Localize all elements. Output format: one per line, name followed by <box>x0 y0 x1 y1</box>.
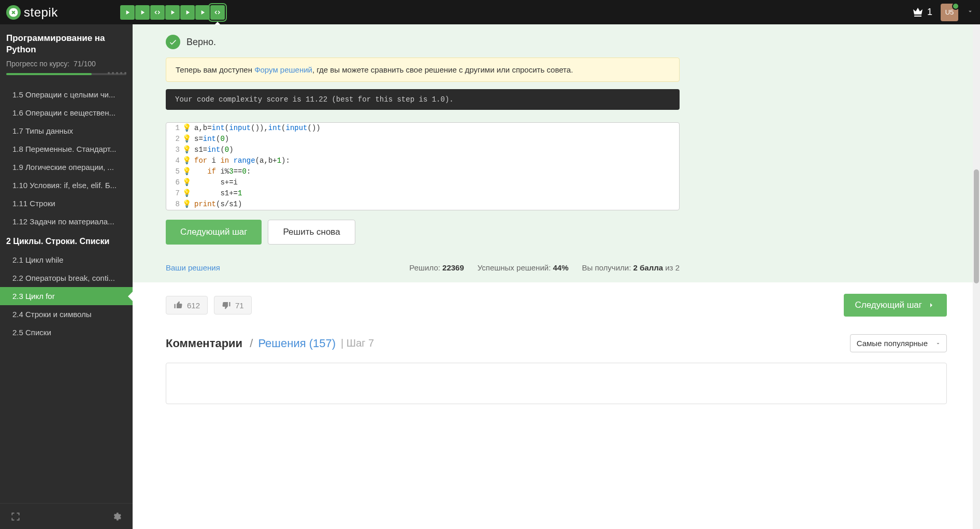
sidebar: Программирование на Python Прогресс по к… <box>0 24 133 529</box>
solutions-tab[interactable]: Решения (157) <box>258 337 336 350</box>
dislike-button[interactable]: 71 <box>214 296 252 314</box>
chevron-right-icon <box>927 301 935 309</box>
step-3[interactable] <box>150 5 165 20</box>
nav-item[interactable]: 1.6 Операции с веществен... <box>0 104 133 122</box>
your-solutions-link[interactable]: Ваши решения <box>166 263 220 272</box>
code-line[interactable]: 1💡a,b=int(input()),int(input()) <box>166 123 679 134</box>
nav-item[interactable]: 2.4 Строки и символы <box>0 305 133 323</box>
chevron-down-icon <box>967 8 974 15</box>
nav-section[interactable]: 2 Циклы. Строки. Списки <box>0 231 133 251</box>
code-line[interactable]: 7💡 s1+=1 <box>166 188 679 199</box>
logo-icon <box>6 5 21 20</box>
code-line[interactable]: 5💡 if i%3==0: <box>166 166 679 177</box>
chevron-down-icon <box>935 340 941 347</box>
retry-button[interactable]: Решить снова <box>268 220 355 245</box>
course-header: Программирование на Python Прогресс по к… <box>0 24 133 79</box>
comments-tab[interactable]: Комментарии <box>166 337 242 350</box>
step-5[interactable] <box>180 5 195 20</box>
step-1[interactable] <box>120 5 135 20</box>
code-line[interactable]: 4💡for i in range(a,b+1): <box>166 155 679 166</box>
steps-nav <box>120 5 225 20</box>
nav-item[interactable]: 1.8 Переменные. Стандарт... <box>0 140 133 158</box>
user-menu-toggle[interactable] <box>967 8 974 17</box>
sort-dropdown[interactable]: Самые популярные <box>850 334 947 352</box>
fullscreen-icon[interactable] <box>10 511 21 522</box>
nav-item[interactable]: 2.1 Цикл while <box>0 251 133 269</box>
result-correct: Верно. <box>166 31 713 58</box>
scrollbar-thumb[interactable] <box>974 169 979 283</box>
correct-label: Верно. <box>186 37 216 48</box>
scrollbar[interactable] <box>973 24 980 529</box>
action-buttons: Следующий шаг Решить снова <box>166 220 680 245</box>
nav-item[interactable]: 2.2 Операторы break, conti... <box>0 269 133 287</box>
nav-item[interactable]: 1.9 Логические операции, ... <box>0 158 133 176</box>
nav-item[interactable]: 1.5 Операции с целыми чи... <box>0 85 133 104</box>
success-stat: Успешных решений: 44% <box>478 263 569 272</box>
nav-item[interactable]: 2.5 Списки <box>0 323 133 341</box>
comments-header: Комментарии / Решения (157) | Шаг 7 Самы… <box>166 334 947 352</box>
forum-banner: Теперь вам доступен Форум решений, где в… <box>166 58 680 82</box>
complexity-score: Your code complexity score is 11.22 (bes… <box>166 89 680 110</box>
header: stepik 1 U5 <box>0 0 980 24</box>
step-4[interactable] <box>165 5 180 20</box>
nav-item[interactable]: 2.3 Цикл for <box>0 287 133 305</box>
main-content: Верно. Теперь вам доступен Форум решений… <box>133 24 980 529</box>
like-button[interactable]: 612 <box>166 296 208 314</box>
step-indicator: | Шаг 7 <box>341 337 374 349</box>
logo[interactable]: stepik <box>6 5 58 20</box>
progress-text: Прогресс по курсу: 71/100 <box>6 60 126 68</box>
code-line[interactable]: 2💡s=int(0) <box>166 134 679 145</box>
user-avatar[interactable]: U5 <box>941 4 958 21</box>
solved-stat: Решило: 22369 <box>409 263 464 272</box>
stats-row: Ваши решения Решило: 22369 Успешных реше… <box>166 255 680 282</box>
crown-counter[interactable]: 1 <box>912 6 932 19</box>
forum-link[interactable]: Форум решений <box>254 65 312 74</box>
code-line[interactable]: 6💡 s+=i <box>166 177 679 188</box>
code-line[interactable]: 3💡s1=int(0) <box>166 145 679 155</box>
logo-text: stepik <box>24 5 58 20</box>
comment-input[interactable] <box>166 363 947 404</box>
nav-item[interactable]: 1.12 Задачи по материала... <box>0 212 133 231</box>
points-stat: Вы получили: 2 балла из 2 <box>582 263 680 272</box>
course-title: Программирование на Python <box>6 33 126 55</box>
step-6[interactable] <box>195 5 210 20</box>
crown-count: 1 <box>927 7 932 18</box>
header-right: 1 U5 <box>912 4 974 21</box>
sidebar-footer <box>0 503 133 529</box>
progress-bar <box>6 73 126 75</box>
check-icon <box>166 35 180 49</box>
nav-list: 1.5 Операции с целыми чи...1.6 Операции … <box>0 85 133 341</box>
code-line[interactable]: 8💡print(s/s1) <box>166 199 679 210</box>
footer-section: 612 71 Следующий шаг Комментарии / Решен… <box>133 282 980 425</box>
next-step-button[interactable]: Следующий шаг <box>166 220 262 245</box>
crown-icon <box>912 6 924 19</box>
step-2[interactable] <box>135 5 150 20</box>
nav-item[interactable]: 1.7 Типы данных <box>0 122 133 140</box>
nav-item[interactable]: 1.11 Строки <box>0 194 133 212</box>
nav-item[interactable]: 1.10 Условия: if, else, elif. Б... <box>0 176 133 194</box>
step-7[interactable] <box>210 5 225 20</box>
next-step-footer-button[interactable]: Следующий шаг <box>844 294 947 317</box>
thumbs-up-icon <box>174 301 183 310</box>
code-editor[interactable]: 1💡a,b=int(input()),int(input())2💡s=int(0… <box>166 122 680 210</box>
gear-icon[interactable] <box>112 511 122 522</box>
thumbs-down-icon <box>222 301 231 310</box>
